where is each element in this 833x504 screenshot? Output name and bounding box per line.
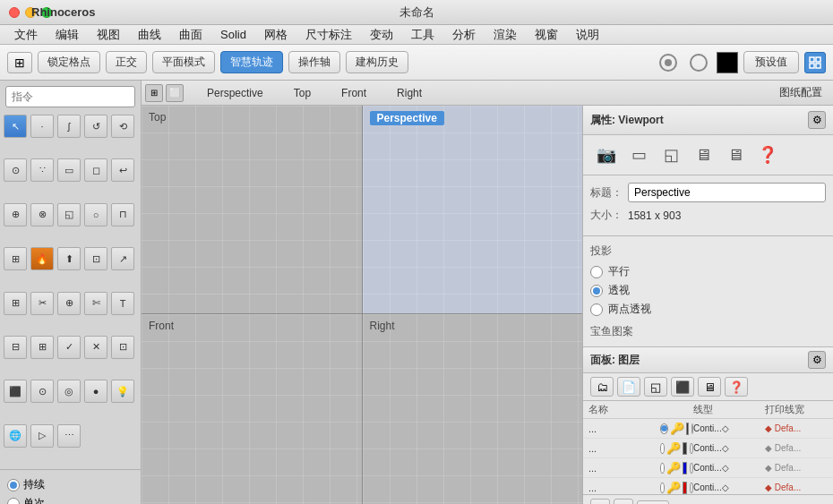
select-tool[interactable]: ↖ [4,115,27,138]
menu-panels[interactable]: 视窗 [528,25,565,45]
layer-cube-icon[interactable]: ◱ [644,377,667,397]
target-button[interactable] [686,52,711,73]
close-button[interactable] [9,7,20,18]
layer-row[interactable]: ... 🔑 Conti...◇ ◆ Defa... [583,419,833,439]
perspective-radio[interactable] [590,285,603,297]
measure-tool[interactable]: ✕ [84,336,107,359]
menu-transform[interactable]: 变动 [363,25,400,45]
layer-screen-icon[interactable]: 🖥 [698,377,721,397]
menu-help[interactable]: 说明 [569,25,606,45]
monitor-icon[interactable]: 🖥 [723,142,748,167]
menu-surface[interactable]: 曲面 [172,25,210,45]
menu-file[interactable]: 文件 [7,25,45,45]
orthogonal-button[interactable]: 正交 [106,51,147,73]
parallel-option[interactable]: 平行 [590,264,826,279]
arrow-tool[interactable]: ▷ [30,424,54,448]
operation-axis-button[interactable]: 操作轴 [288,51,340,73]
render-tool[interactable]: ⬛ [4,380,27,403]
env-tool[interactable]: ● [84,380,107,403]
tab-top[interactable]: Top [279,84,325,102]
layer-add-icon[interactable]: 🗂 [590,377,614,397]
tab-right[interactable]: Right [382,84,436,102]
remove-layer-button[interactable]: − [614,499,633,504]
layers-gear-button[interactable]: ⚙ [808,351,826,369]
offset-tool[interactable]: ⊡ [84,247,107,270]
trim-tool[interactable]: ✄ [84,292,107,315]
analyze-tool[interactable]: ⊡ [111,336,134,359]
tab-layout[interactable]: 图纸配置 [772,82,829,103]
layout-tool[interactable]: ⊟ [4,336,27,359]
transform-tool[interactable]: ↩ [111,158,134,182]
flame-tool[interactable]: 🔥 [30,247,54,270]
boolean-tool[interactable]: ⊞ [4,292,27,315]
help-icon[interactable]: ❓ [755,142,780,167]
properties-gear-button[interactable]: ⚙ [808,111,826,129]
parallel-radio[interactable] [590,266,603,278]
material-tool[interactable]: ◎ [57,380,81,403]
single-radio[interactable]: 单次 [7,496,133,504]
layer-row[interactable]: ... 🔑 Conti...◇ ◆ Defa... [583,458,833,478]
light-tool[interactable]: ⊙ [30,380,54,403]
box-tool[interactable]: ◱ [57,203,81,226]
command-input[interactable] [5,86,135,107]
viewport-right[interactable]: Right [363,314,583,504]
title-input[interactable] [628,183,826,202]
perspective-option[interactable]: 透视 [590,283,826,298]
menu-tools[interactable]: 工具 [404,25,442,45]
menu-view[interactable]: 视图 [90,25,127,45]
layer-row[interactable]: ... 🔑 Conti...◇ ◆ Defa... [583,478,833,494]
blend-tool[interactable]: ↗ [111,247,134,270]
node-tool[interactable]: ⋯ [57,424,81,448]
menu-mesh[interactable]: 网格 [257,25,295,45]
menu-analysis[interactable]: 分析 [445,25,483,45]
curve-tool[interactable]: ∫ [57,115,81,138]
menu-render[interactable]: 渲染 [486,25,524,45]
point-tool[interactable]: · [30,115,54,138]
tab-perspective[interactable]: Perspective [193,84,278,102]
lock-grid-button[interactable]: 锁定格点 [38,51,100,73]
extrude-tool[interactable]: ⬆ [57,247,81,270]
cube-icon[interactable]: ◱ [658,142,683,167]
text-tool[interactable]: T [111,292,134,315]
arc-tool[interactable]: ↺ [84,115,107,138]
mirror-tool[interactable]: ⊞ [4,247,27,270]
bulb-tool[interactable]: 💡 [111,380,134,403]
align-tool[interactable]: ∵ [30,158,54,182]
display-icon[interactable]: 🖥 [691,142,716,167]
camera-icon[interactable]: 📷 [594,142,619,167]
zoom-tool[interactable]: ⊕ [4,203,27,226]
viewport-perspective[interactable]: Perspective [363,106,583,313]
two-point-perspective-option[interactable]: 两点透视 [590,302,826,317]
menu-dimension[interactable]: 尺寸标注 [298,25,359,45]
tab-front[interactable]: Front [327,84,381,102]
menu-curve[interactable]: 曲线 [131,25,168,45]
two-point-radio[interactable] [590,303,603,316]
globe-tool[interactable]: 🌐 [4,424,27,448]
menu-edit[interactable]: 编辑 [48,25,86,45]
sphere-tool[interactable]: ○ [84,203,107,226]
viewport-front[interactable]: Front [142,314,362,504]
check-tool[interactable]: ✓ [57,336,81,359]
smart-track-button[interactable]: 智慧轨迹 [220,51,283,73]
snap-tool[interactable]: ⊙ [4,158,27,182]
layer-settings-button[interactable]: ⚙ ▾ [637,500,669,505]
layer-question-icon[interactable]: ❓ [725,377,748,397]
rotate-tool[interactable]: ⟲ [111,115,134,138]
color-swatch[interactable] [717,52,738,73]
array-tool[interactable]: ⊞ [30,336,54,359]
layer-export-icon[interactable]: ⬛ [671,377,694,397]
layer-file-icon[interactable]: 📄 [617,377,640,397]
preset-button[interactable]: 预设值 [743,51,799,73]
single-layout-icon[interactable]: ⬜ [166,84,184,102]
planar-button[interactable]: 平面模式 [152,51,215,73]
polygon-tool[interactable]: ◻ [84,158,107,182]
fullscreen-icon[interactable] [804,52,826,73]
continuous-radio[interactable]: 持续 [7,477,133,492]
cylinder-tool[interactable]: ⊓ [111,203,134,226]
viewport-top[interactable]: Top [142,106,362,313]
add-layer-button[interactable]: + [590,499,610,504]
pan-tool[interactable]: ⊗ [30,203,54,226]
split-tool[interactable]: ✂ [30,292,54,315]
rect-tool[interactable]: ▭ [57,158,81,182]
sidebar-toggle-button[interactable]: ⊞ [7,52,32,73]
